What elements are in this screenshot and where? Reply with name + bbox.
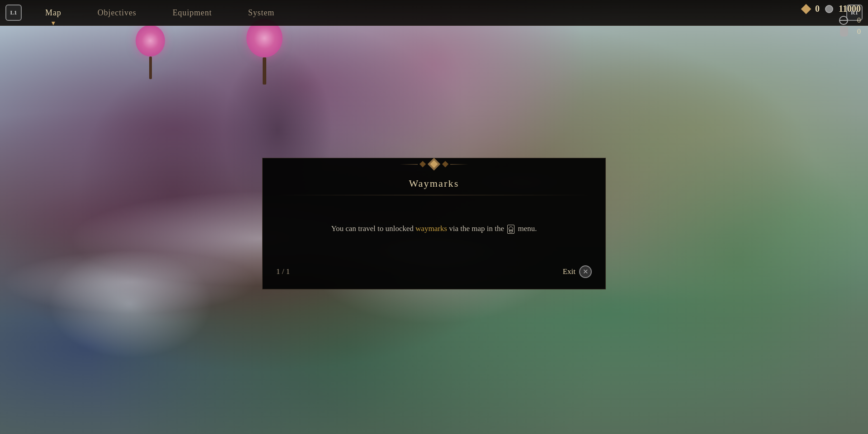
diamond-count: 0 — [815, 4, 820, 14]
orn-diamond-right — [442, 161, 448, 167]
exit-circle-icon: ✕ — [579, 265, 592, 278]
system-icon-inline — [507, 225, 514, 234]
pouch-icon — [840, 27, 848, 37]
top-navigation: L1 Map Objectives Equipment System R1 — [0, 0, 868, 26]
dialog-title: Waymarks — [263, 170, 605, 195]
orn-line-left — [400, 164, 418, 165]
orn-diamond-left — [420, 161, 426, 167]
l1-button[interactable]: L1 — [5, 5, 22, 21]
body-text-mid: via the map in the — [447, 224, 504, 233]
tree-center — [246, 19, 283, 85]
dialog-body-text: You can travel to unlocked waymarks via … — [299, 222, 569, 236]
tab-map[interactable]: Map — [27, 0, 80, 25]
record-value: 11000 — [839, 4, 861, 14]
exit-button[interactable]: Exit ✕ — [563, 265, 592, 278]
body-text-end: menu. — [518, 224, 537, 233]
nav-tabs: Map Objectives Equipment System — [27, 0, 841, 25]
hud-right: 0 11000 0 0 — [795, 0, 868, 40]
globe-count: 0 — [852, 16, 861, 24]
record-icon — [825, 5, 833, 13]
exit-label: Exit — [563, 267, 576, 276]
pouch-count: 0 — [852, 28, 861, 36]
waymarks-dialog: Waymarks You can travel to unlocked waym… — [262, 158, 606, 289]
globe-icon — [839, 16, 848, 25]
dialog-ornament-top — [263, 158, 605, 170]
dialog-content: You can travel to unlocked waymarks via … — [263, 195, 605, 258]
body-icon-inline — [506, 224, 518, 233]
tab-system[interactable]: System — [230, 0, 292, 25]
diamond-icon — [801, 4, 811, 14]
body-text-start: You can travel to unlocked — [331, 224, 415, 233]
waymarks-highlight: waymarks — [415, 224, 447, 233]
dialog-footer: 1 / 1 Exit ✕ — [263, 258, 605, 289]
orn-line-right — [450, 164, 468, 165]
tab-equipment[interactable]: Equipment — [155, 0, 230, 25]
tab-objectives[interactable]: Objectives — [80, 0, 155, 25]
pagination-text: 1 / 1 — [276, 267, 290, 276]
tree-left — [136, 25, 165, 79]
